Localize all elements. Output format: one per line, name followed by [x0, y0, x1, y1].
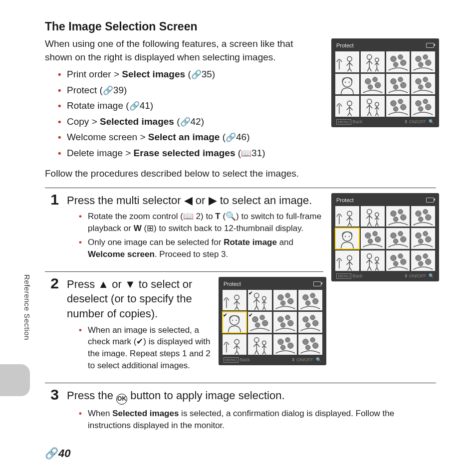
- lcd-illustration-3: Protect✔✔✔MENUBack⬍ ON/OFF 🔍: [219, 277, 326, 366]
- svg-point-119: [260, 315, 264, 320]
- svg-point-82: [419, 239, 423, 243]
- svg-point-79: [416, 233, 421, 238]
- svg-rect-78: [412, 228, 435, 249]
- svg-point-89: [390, 255, 396, 260]
- svg-point-138: [277, 339, 283, 344]
- svg-point-144: [310, 337, 315, 342]
- book-icon: 📖: [241, 147, 251, 160]
- svg-point-115: [232, 320, 233, 321]
- ref-icon: 🔗: [180, 116, 191, 129]
- ok-button-icon: OK: [116, 394, 127, 405]
- step-number: 1: [45, 192, 59, 207]
- page-number: 🔗40: [45, 447, 70, 460]
- lcd-onoff-label: ⬍ ON/OFF 🔍: [291, 357, 322, 362]
- svg-rect-103: [273, 290, 297, 311]
- divider: [45, 271, 323, 272]
- svg-point-13: [426, 60, 431, 65]
- svg-point-139: [285, 337, 289, 342]
- lcd-thumbnail: [335, 228, 359, 249]
- feature-item: Welcome screen > Select an image (🔗46): [60, 130, 436, 144]
- ref-section-icon: 🔗: [45, 447, 58, 460]
- battery-icon: [426, 43, 434, 48]
- svg-point-129: [310, 315, 315, 320]
- step-3: 3 Press the OK button to apply image sel…: [45, 387, 436, 436]
- check-icon: ✔: [248, 312, 252, 318]
- feature-item: Delete image > Erase selected images (📖 …: [60, 146, 436, 160]
- ref-icon: 🔗: [191, 68, 202, 81]
- svg-point-56: [398, 209, 402, 214]
- right-arrow-icon: ▶: [209, 194, 217, 207]
- intro-text: When using one of the following features…: [45, 37, 314, 64]
- step-1-notes: Rotate the zoom control (📖 2) to T (🔍) t…: [67, 211, 323, 260]
- up-arrow-icon: ▲: [98, 278, 109, 290]
- svg-point-69: [365, 233, 371, 238]
- svg-rect-122: [273, 312, 297, 333]
- svg-point-116: [236, 320, 237, 321]
- svg-point-57: [400, 215, 406, 220]
- step-number: 3: [45, 387, 59, 402]
- svg-point-81: [426, 237, 431, 242]
- svg-point-120: [262, 320, 267, 326]
- svg-point-121: [255, 323, 259, 327]
- svg-point-8: [400, 60, 406, 65]
- step-2: 2 Press ▲ or ▼ to select or deselect (or…: [45, 276, 211, 376]
- lcd-onoff-label: ⬍ ON/OFF 🔍: [404, 273, 435, 278]
- svg-point-146: [306, 345, 310, 349]
- svg-rect-59: [412, 206, 435, 227]
- down-arrow-icon: ▼: [125, 278, 136, 290]
- svg-point-110: [310, 293, 315, 297]
- svg-rect-142: [299, 334, 322, 355]
- svg-point-97: [419, 261, 423, 265]
- lcd-thumbnail: ✔: [248, 312, 272, 333]
- step-2-lead: Press ▲ or ▼ to select or deselect (or t…: [67, 277, 211, 321]
- lcd-thumbnail: [411, 250, 435, 271]
- lcd-thumbnail: [298, 312, 322, 333]
- svg-point-62: [426, 215, 431, 220]
- svg-point-107: [280, 300, 285, 305]
- lcd-title-text: Protect: [336, 42, 354, 48]
- svg-point-60: [416, 211, 421, 216]
- svg-point-128: [303, 317, 308, 322]
- svg-point-55: [390, 211, 396, 216]
- svg-rect-134: [248, 334, 271, 355]
- svg-point-76: [400, 237, 406, 242]
- svg-point-141: [280, 345, 285, 349]
- lcd-thumbnail: ✔: [248, 290, 272, 311]
- lcd-title-text: Protect: [336, 197, 354, 203]
- svg-point-77: [393, 239, 398, 243]
- svg-point-123: [277, 317, 283, 322]
- svg-rect-68: [361, 228, 384, 249]
- svg-point-111: [313, 298, 318, 304]
- svg-rect-108: [299, 290, 322, 311]
- lcd-thumbnail: [223, 290, 246, 311]
- svg-point-126: [280, 323, 285, 327]
- lcd-thumbnail: [361, 206, 385, 227]
- check-icon: ✔: [248, 290, 252, 296]
- svg-point-67: [349, 236, 350, 237]
- lcd-thumbnail: [248, 334, 272, 355]
- check-icon: ✔: [223, 312, 227, 318]
- ref-icon: 🔗: [103, 84, 113, 97]
- svg-point-131: [306, 323, 310, 327]
- page-title: The Image Selection Screen: [45, 20, 436, 33]
- lcd-thumbnail: [335, 206, 359, 227]
- lcd-thumbnail: [273, 312, 297, 333]
- svg-point-72: [368, 239, 372, 243]
- svg-point-95: [423, 253, 428, 258]
- svg-point-124: [285, 315, 289, 320]
- svg-point-92: [393, 261, 398, 265]
- svg-point-12: [423, 55, 428, 59]
- svg-rect-51: [361, 206, 384, 227]
- battery-icon: [426, 198, 434, 203]
- lcd-thumbnail: ✔: [223, 312, 246, 333]
- ref-icon: 🔗: [226, 131, 236, 144]
- lcd-thumbnail: [411, 206, 435, 227]
- step-1-lead: Press the multi selector ◀ or ▶ to selec…: [67, 193, 316, 208]
- svg-rect-93: [412, 250, 435, 271]
- svg-point-71: [375, 237, 380, 242]
- step-number: 2: [45, 276, 59, 291]
- svg-point-106: [287, 298, 293, 304]
- svg-point-61: [423, 209, 428, 214]
- step-note: When Selected images is selected, a conf…: [81, 408, 436, 432]
- svg-point-66: [345, 236, 346, 237]
